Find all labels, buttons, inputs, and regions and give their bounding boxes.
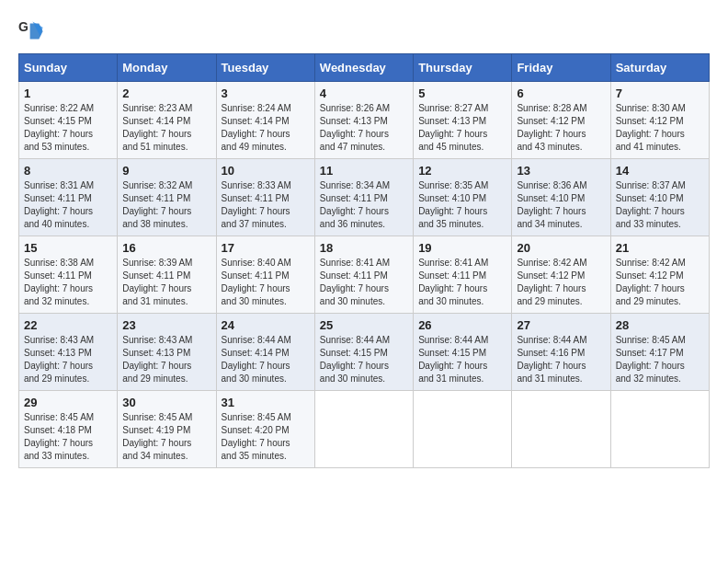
- day-number: 9: [122, 164, 210, 178]
- cell-info: Sunrise: 8:45 AMSunset: 4:17 PMDaylight:…: [616, 335, 686, 384]
- day-number: 18: [320, 241, 408, 255]
- day-number: 25: [320, 318, 408, 332]
- svg-text:G: G: [18, 19, 28, 34]
- calendar-cell: 2 Sunrise: 8:23 AMSunset: 4:14 PMDayligh…: [118, 82, 216, 159]
- calendar-cell: 16 Sunrise: 8:39 AMSunset: 4:11 PMDaylig…: [118, 236, 216, 314]
- calendar-table: SundayMondayTuesdayWednesdayThursdayFrid…: [18, 53, 710, 468]
- calendar-cell: 24 Sunrise: 8:44 AMSunset: 4:14 PMDaylig…: [216, 314, 314, 391]
- cell-info: Sunrise: 8:22 AMSunset: 4:15 PMDaylight:…: [24, 103, 94, 152]
- cell-info: Sunrise: 8:45 AMSunset: 4:20 PMDaylight:…: [222, 412, 291, 461]
- calendar-cell: 30 Sunrise: 8:45 AMSunset: 4:19 PMDaylig…: [118, 391, 216, 468]
- calendar-week-row: 1 Sunrise: 8:22 AMSunset: 4:15 PMDayligh…: [19, 82, 710, 159]
- day-number: 26: [418, 318, 506, 332]
- cell-info: Sunrise: 8:33 AMSunset: 4:11 PMDaylight:…: [222, 180, 291, 229]
- cell-info: Sunrise: 8:24 AMSunset: 4:14 PMDaylight:…: [222, 103, 291, 152]
- day-number: 8: [24, 164, 112, 178]
- cell-info: Sunrise: 8:45 AMSunset: 4:19 PMDaylight:…: [122, 412, 192, 461]
- calendar-week-row: 8 Sunrise: 8:31 AMSunset: 4:11 PMDayligh…: [19, 159, 710, 236]
- day-header-tuesday: Tuesday: [216, 54, 314, 82]
- day-number: 2: [122, 86, 210, 100]
- calendar-cell: 17 Sunrise: 8:40 AMSunset: 4:11 PMDaylig…: [216, 236, 314, 314]
- calendar-cell: 21 Sunrise: 8:42 AMSunset: 4:12 PMDaylig…: [610, 236, 709, 314]
- calendar-cell: 18 Sunrise: 8:41 AMSunset: 4:11 PMDaylig…: [314, 236, 413, 314]
- cell-info: Sunrise: 8:39 AMSunset: 4:11 PMDaylight:…: [122, 258, 192, 306]
- calendar-cell: [512, 391, 610, 468]
- cell-info: Sunrise: 8:36 AMSunset: 4:10 PMDaylight:…: [517, 180, 586, 229]
- cell-info: Sunrise: 8:42 AMSunset: 4:12 PMDaylight:…: [616, 258, 686, 306]
- day-number: 11: [320, 164, 408, 178]
- cell-info: Sunrise: 8:35 AMSunset: 4:10 PMDaylight:…: [418, 180, 488, 229]
- cell-info: Sunrise: 8:43 AMSunset: 4:13 PMDaylight:…: [24, 335, 94, 384]
- calendar-cell: 1 Sunrise: 8:22 AMSunset: 4:15 PMDayligh…: [19, 82, 118, 159]
- cell-info: Sunrise: 8:31 AMSunset: 4:11 PMDaylight:…: [24, 180, 94, 229]
- day-number: 17: [222, 241, 310, 255]
- cell-info: Sunrise: 8:41 AMSunset: 4:11 PMDaylight:…: [418, 258, 488, 306]
- cell-info: Sunrise: 8:23 AMSunset: 4:14 PMDaylight:…: [122, 103, 192, 152]
- day-header-saturday: Saturday: [610, 54, 709, 82]
- calendar-week-row: 29 Sunrise: 8:45 AMSunset: 4:18 PMDaylig…: [19, 391, 710, 468]
- cell-info: Sunrise: 8:38 AMSunset: 4:11 PMDaylight:…: [24, 258, 94, 306]
- calendar-cell: 23 Sunrise: 8:43 AMSunset: 4:13 PMDaylig…: [118, 314, 216, 391]
- day-header-friday: Friday: [512, 54, 610, 82]
- calendar-cell: 13 Sunrise: 8:36 AMSunset: 4:10 PMDaylig…: [512, 159, 610, 236]
- calendar-cell: 14 Sunrise: 8:37 AMSunset: 4:10 PMDaylig…: [610, 159, 709, 236]
- calendar-cell: 27 Sunrise: 8:44 AMSunset: 4:16 PMDaylig…: [512, 314, 610, 391]
- calendar-cell: [314, 391, 413, 468]
- day-number: 3: [222, 86, 310, 100]
- day-header-monday: Monday: [118, 54, 216, 82]
- calendar-cell: 11 Sunrise: 8:34 AMSunset: 4:11 PMDaylig…: [314, 159, 413, 236]
- cell-info: Sunrise: 8:45 AMSunset: 4:18 PMDaylight:…: [24, 412, 94, 461]
- calendar-cell: 8 Sunrise: 8:31 AMSunset: 4:11 PMDayligh…: [19, 159, 118, 236]
- day-number: 1: [24, 86, 112, 100]
- calendar-cell: 10 Sunrise: 8:33 AMSunset: 4:11 PMDaylig…: [216, 159, 314, 236]
- day-number: 24: [222, 318, 310, 332]
- calendar-cell: 22 Sunrise: 8:43 AMSunset: 4:13 PMDaylig…: [19, 314, 118, 391]
- day-number: 14: [616, 164, 704, 178]
- calendar-cell: 5 Sunrise: 8:27 AMSunset: 4:13 PMDayligh…: [414, 82, 512, 159]
- cell-info: Sunrise: 8:30 AMSunset: 4:12 PMDaylight:…: [616, 103, 686, 152]
- calendar-cell: [414, 391, 512, 468]
- calendar-cell: 15 Sunrise: 8:38 AMSunset: 4:11 PMDaylig…: [19, 236, 118, 314]
- day-number: 20: [517, 241, 605, 255]
- calendar-cell: 12 Sunrise: 8:35 AMSunset: 4:10 PMDaylig…: [414, 159, 512, 236]
- day-header-wednesday: Wednesday: [314, 54, 413, 82]
- calendar-cell: 19 Sunrise: 8:41 AMSunset: 4:11 PMDaylig…: [414, 236, 512, 314]
- cell-info: Sunrise: 8:43 AMSunset: 4:13 PMDaylight:…: [122, 335, 192, 384]
- day-header-sunday: Sunday: [19, 54, 118, 82]
- day-number: 12: [418, 164, 506, 178]
- calendar-cell: 9 Sunrise: 8:32 AMSunset: 4:11 PMDayligh…: [118, 159, 216, 236]
- day-number: 7: [616, 86, 704, 100]
- cell-info: Sunrise: 8:28 AMSunset: 4:12 PMDaylight:…: [517, 103, 586, 152]
- calendar-cell: 26 Sunrise: 8:44 AMSunset: 4:15 PMDaylig…: [414, 314, 512, 391]
- calendar-cell: 20 Sunrise: 8:42 AMSunset: 4:12 PMDaylig…: [512, 236, 610, 314]
- calendar-header-row: SundayMondayTuesdayWednesdayThursdayFrid…: [19, 54, 710, 82]
- day-number: 4: [320, 86, 408, 100]
- cell-info: Sunrise: 8:40 AMSunset: 4:11 PMDaylight:…: [222, 258, 291, 306]
- day-number: 27: [517, 318, 605, 332]
- day-number: 23: [122, 318, 210, 332]
- cell-info: Sunrise: 8:27 AMSunset: 4:13 PMDaylight:…: [418, 103, 488, 152]
- cell-info: Sunrise: 8:42 AMSunset: 4:12 PMDaylight:…: [517, 258, 586, 306]
- calendar-cell: 3 Sunrise: 8:24 AMSunset: 4:14 PMDayligh…: [216, 82, 314, 159]
- calendar-cell: 31 Sunrise: 8:45 AMSunset: 4:20 PMDaylig…: [216, 391, 314, 468]
- calendar-cell: [610, 391, 709, 468]
- calendar-cell: 29 Sunrise: 8:45 AMSunset: 4:18 PMDaylig…: [19, 391, 118, 468]
- cell-info: Sunrise: 8:26 AMSunset: 4:13 PMDaylight:…: [320, 103, 390, 152]
- day-number: 31: [222, 396, 310, 409]
- day-number: 15: [24, 241, 112, 255]
- calendar-cell: 25 Sunrise: 8:44 AMSunset: 4:15 PMDaylig…: [314, 314, 413, 391]
- day-number: 30: [122, 396, 210, 409]
- day-number: 10: [222, 164, 310, 178]
- cell-info: Sunrise: 8:37 AMSunset: 4:10 PMDaylight:…: [616, 180, 686, 229]
- day-header-thursday: Thursday: [414, 54, 512, 82]
- cell-info: Sunrise: 8:44 AMSunset: 4:16 PMDaylight:…: [517, 335, 586, 384]
- cell-info: Sunrise: 8:41 AMSunset: 4:11 PMDaylight:…: [320, 258, 390, 306]
- calendar-cell: 28 Sunrise: 8:45 AMSunset: 4:17 PMDaylig…: [610, 314, 709, 391]
- day-number: 22: [24, 318, 112, 332]
- cell-info: Sunrise: 8:44 AMSunset: 4:15 PMDaylight:…: [418, 335, 488, 384]
- cell-info: Sunrise: 8:44 AMSunset: 4:15 PMDaylight:…: [320, 335, 390, 384]
- cell-info: Sunrise: 8:44 AMSunset: 4:14 PMDaylight:…: [222, 335, 291, 384]
- day-number: 5: [418, 86, 506, 100]
- calendar-cell: 7 Sunrise: 8:30 AMSunset: 4:12 PMDayligh…: [610, 82, 709, 159]
- page-header: G: [18, 18, 710, 44]
